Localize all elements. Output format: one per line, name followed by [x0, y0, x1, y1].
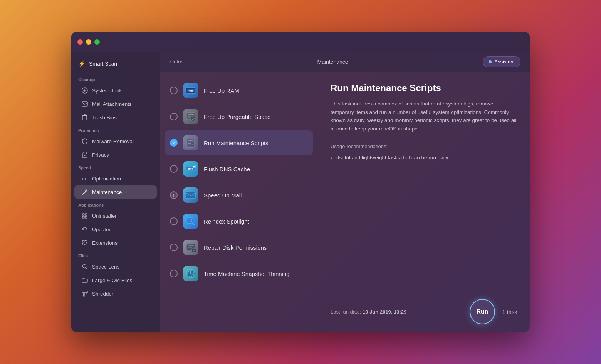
- svg-text:RAM: RAM: [189, 89, 193, 92]
- task-radio-time-machine[interactable]: [170, 270, 178, 277]
- reindex-spotlight-label: Reindex Spotlight: [204, 218, 249, 225]
- optimization-icon: [81, 175, 88, 182]
- svg-rect-21: [188, 117, 191, 118]
- task-radio-speed-up-mail[interactable]: i: [170, 191, 178, 199]
- usage-item-0: • Useful and lightweight tasks that can …: [331, 154, 517, 162]
- detail-description: This task includes a complex of scripts …: [331, 100, 517, 133]
- assistant-dot-icon: [489, 60, 492, 63]
- sidebar-item-privacy[interactable]: Privacy: [74, 148, 157, 161]
- sidebar-item-smart-scan[interactable]: ⚡ Smart Scan: [71, 57, 160, 71]
- last-run-info: Last run date: 10 Jun 2019, 13:29: [331, 309, 406, 315]
- last-run-label: Last run date:: [331, 309, 361, 315]
- svg-rect-5: [85, 214, 87, 215]
- section-label-protection: Protection: [71, 124, 160, 134]
- assistant-button[interactable]: Assistant: [483, 56, 520, 67]
- malware-removal-label: Malware Removal: [92, 139, 134, 144]
- sidebar-item-malware-removal[interactable]: Malware Removal: [74, 135, 157, 148]
- task-radio-free-up-ram[interactable]: [170, 87, 178, 94]
- traffic-lights: [77, 39, 100, 45]
- dns-cache-icon: DNS: [183, 161, 198, 177]
- sidebar-item-trash-bins[interactable]: Trash Bins: [74, 111, 157, 124]
- task-item-free-up-ram[interactable]: RAM Free Up RAM: [165, 78, 313, 103]
- task-item-reindex-spotlight[interactable]: Reindex Spotlight: [165, 209, 313, 234]
- back-button[interactable]: ‹ Intro: [169, 59, 183, 65]
- maintenance-scripts-label: Run Maintenance Scripts: [204, 140, 269, 146]
- task-item-maintenance-scripts[interactable]: ✓ Run Maintenance Scripts: [165, 130, 313, 155]
- privacy-label: Privacy: [92, 152, 109, 158]
- task-radio-maintenance-scripts[interactable]: ✓: [170, 139, 178, 147]
- usage-recommendations-label: Usage recommendations:: [331, 144, 517, 149]
- purgeable-icon: [183, 109, 198, 124]
- svg-point-3: [84, 155, 86, 156]
- back-chevron-icon: ‹: [169, 59, 171, 65]
- back-label: Intro: [173, 59, 183, 65]
- svg-point-27: [193, 165, 196, 168]
- optimization-label: Optimization: [92, 176, 121, 182]
- svg-rect-16: [192, 93, 193, 94]
- sidebar-item-shredder[interactable]: Shredder: [74, 287, 157, 300]
- sidebar-item-large-old-files[interactable]: Large & Old Files: [74, 274, 157, 287]
- task-list: RAM Free Up RAM: [160, 72, 318, 332]
- large-old-files-icon: [81, 277, 88, 284]
- content-area: RAM Free Up RAM: [160, 72, 530, 332]
- smart-scan-label: Smart Scan: [89, 61, 117, 67]
- svg-rect-28: [186, 192, 195, 198]
- extensions-icon: [81, 239, 88, 246]
- mail-attachments-label: Mail Attachments: [92, 101, 132, 107]
- space-lens-icon: [81, 263, 88, 270]
- svg-rect-32: [188, 245, 194, 246]
- task-item-time-machine[interactable]: Time Machine Snapshot Thinning: [165, 261, 313, 286]
- speed-up-mail-label: Speed Up Mail: [204, 192, 242, 199]
- system-junk-label: System Junk: [92, 88, 122, 94]
- sidebar-item-system-junk[interactable]: System Junk: [74, 84, 157, 97]
- sidebar-item-space-lens[interactable]: Space Lens: [74, 260, 157, 273]
- task-radio-repair-disk[interactable]: [170, 244, 178, 251]
- extensions-label: Extensions: [92, 240, 118, 246]
- updater-label: Updater: [92, 227, 111, 232]
- reindex-spotlight-icon: [183, 214, 198, 229]
- last-run-date: 10 Jun 2019, 13:29: [363, 309, 406, 315]
- sidebar-item-mail-attachments[interactable]: Mail Attachments: [74, 97, 157, 110]
- svg-rect-13: [188, 93, 188, 94]
- task-count: 1 task: [502, 309, 517, 315]
- maximize-button[interactable]: [94, 39, 100, 45]
- titlebar: [71, 32, 530, 52]
- task-item-dns-cache[interactable]: DNS Flush DNS Cache: [165, 157, 313, 181]
- malware-removal-icon: [81, 138, 88, 145]
- task-item-purgeable[interactable]: Free Up Purgeable Space: [165, 104, 313, 129]
- sidebar-item-maintenance[interactable]: Maintenance: [74, 185, 157, 199]
- sidebar-item-uninstaller[interactable]: Uninstaller: [74, 209, 157, 222]
- svg-rect-9: [82, 291, 87, 293]
- svg-rect-7: [85, 216, 87, 218]
- svg-point-30: [188, 219, 192, 222]
- section-label-files: Files: [71, 250, 160, 260]
- main-content: ⚡ Smart Scan Cleanup System Junk: [71, 52, 530, 332]
- maintenance-scripts-icon: [183, 135, 198, 150]
- svg-text:DNS: DNS: [188, 168, 193, 171]
- detail-panel: Run Maintenance Scripts This task includ…: [318, 72, 530, 332]
- time-machine-icon: [183, 266, 198, 281]
- purgeable-label: Free Up Purgeable Space: [204, 114, 270, 120]
- task-item-repair-disk[interactable]: Repair Disk Permissions: [165, 235, 313, 260]
- task-radio-reindex-spotlight[interactable]: [170, 217, 178, 225]
- svg-rect-2: [83, 115, 87, 120]
- sidebar-item-optimization[interactable]: Optimization: [74, 172, 157, 185]
- minimize-button[interactable]: [86, 39, 91, 45]
- svg-rect-4: [82, 214, 84, 215]
- task-radio-dns-cache[interactable]: [170, 165, 178, 173]
- task-item-speed-up-mail[interactable]: i Speed Up Mail: [165, 183, 313, 207]
- repair-disk-label: Repair Disk Permissions: [204, 244, 267, 251]
- speed-up-mail-icon: [183, 187, 198, 203]
- panel-area: ‹ Intro Maintenance Assistant: [160, 52, 530, 332]
- svg-rect-33: [188, 247, 192, 248]
- task-radio-purgeable[interactable]: [170, 113, 178, 120]
- trash-bins-icon: [81, 114, 88, 121]
- large-old-files-label: Large & Old Files: [92, 277, 132, 283]
- shredder-label: Shredder: [92, 291, 114, 297]
- svg-rect-19: [188, 114, 194, 115]
- run-button[interactable]: Run: [470, 299, 495, 324]
- sidebar-item-updater[interactable]: Updater: [74, 223, 157, 236]
- maintenance-icon: [81, 189, 88, 195]
- sidebar-item-extensions[interactable]: Extensions: [74, 236, 157, 249]
- close-button[interactable]: [77, 39, 83, 45]
